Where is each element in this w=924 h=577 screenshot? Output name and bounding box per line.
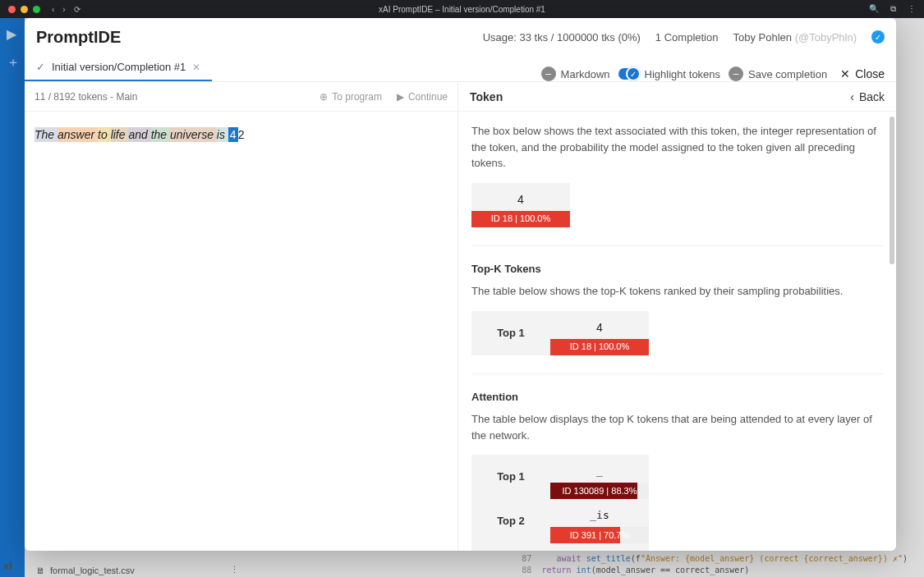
token-description: The box below shows the text associated …: [471, 123, 883, 172]
prompt-token[interactable]: is: [217, 127, 228, 142]
prompt-status-bar: 11 / 8192 tokens - Main ⊕ To program ▶ C…: [25, 82, 457, 112]
prompt-token[interactable]: the: [151, 127, 170, 142]
prompt-token[interactable]: and: [128, 127, 150, 142]
tab-close-icon[interactable]: ✕: [192, 62, 200, 73]
attention-title: Attention: [471, 389, 883, 405]
add-icon: ＋: [7, 54, 18, 66]
token-prob-bar: ID 18 | 100.0%: [550, 339, 649, 355]
token-count: 11 / 8192 tokens - Main: [34, 91, 137, 103]
plus-circle-icon: ⊕: [319, 91, 328, 103]
close-icon: ✕: [840, 67, 850, 80]
save-label: Save completion: [748, 68, 827, 80]
bg-open-file: 🗎 formal_logic_test.csv ⋮: [36, 565, 239, 575]
rank-label: Top 2: [471, 499, 550, 543]
token-prob-bar: ID 18 | 100.0%: [471, 211, 570, 227]
reload-icon[interactable]: ⟳: [74, 5, 80, 14]
window-body: 11 / 8192 tokens - Main ⊕ To program ▶ C…: [25, 82, 896, 551]
inspector-scroll[interactable]: The box below shows the text associated …: [458, 112, 896, 551]
markdown-toggle[interactable]: – Markdown: [541, 66, 610, 81]
prompt-text[interactable]: The answer to life and the universe is 4…: [25, 112, 457, 158]
chevron-left-icon: ‹: [850, 90, 854, 103]
browser-chrome: ‹ › ⟳ xAI PromptIDE – Initial version/Co…: [0, 0, 924, 18]
selected-token[interactable]: 4: [228, 127, 238, 142]
bg-file-name: formal_logic_test.csv: [50, 566, 135, 575]
prompt-pane: 11 / 8192 tokens - Main ⊕ To program ▶ C…: [25, 82, 458, 551]
to-program-button[interactable]: ⊕ To program: [319, 91, 382, 103]
prompt-token[interactable]: universe: [170, 127, 217, 142]
close-window-icon[interactable]: [8, 6, 16, 13]
switch-on-icon: [618, 68, 640, 80]
file-icon: 🗎: [36, 566, 45, 575]
token-block: _isID 391 | 70.7%: [550, 499, 649, 543]
back-icon[interactable]: ‹: [52, 5, 54, 14]
continue-button[interactable]: ▶ Continue: [397, 91, 448, 103]
topk-table: Top 14ID 18 | 100.0%: [471, 311, 883, 355]
token-block: _universe: [550, 543, 649, 551]
divider: [471, 245, 883, 246]
forward-icon[interactable]: ›: [62, 5, 65, 14]
kebab-menu-icon: ⋮: [230, 565, 239, 575]
divider: [471, 373, 883, 374]
completions-count[interactable]: 1 Completion: [655, 31, 719, 44]
user-name[interactable]: Toby Pohlen (@TobyPhln): [733, 31, 857, 44]
prompt-token[interactable]: to: [98, 127, 111, 142]
scrollbar[interactable]: [890, 117, 894, 264]
usage-text: Usage: 33 tks / 1000000 tks (0%): [483, 31, 641, 44]
token-prob-label: ID 18 | 100.0%: [491, 212, 551, 226]
kebab-menu-icon[interactable]: ⋮: [908, 4, 916, 14]
rank-label: Top 1: [471, 455, 550, 499]
tab-label: Initial version/Completion #1: [52, 61, 186, 73]
toolbar: – Markdown Highlight tokens – Save compl…: [541, 66, 885, 81]
inspector-pane: Token ‹ Back The box below shows the tex…: [458, 82, 896, 551]
tab-toolbar-row: ✓ Initial version/Completion #1 ✕ – Mark…: [25, 53, 896, 82]
window-header: PromptIDE Usage: 33 tks / 1000000 tks (0…: [25, 18, 896, 53]
prompt-token[interactable]: The: [34, 127, 57, 142]
save-completion-button[interactable]: – Save completion: [729, 66, 827, 81]
minus-circle-icon: –: [729, 66, 743, 81]
rank-label: Top 3: [471, 543, 550, 551]
token-prob-label: ID 130089 | 88.3%: [563, 484, 637, 498]
token-text: _is: [550, 499, 649, 527]
prompt-token[interactable]: answer: [57, 127, 98, 142]
topk-title: Top-K Tokens: [471, 261, 883, 277]
user-name-label: Toby Pohlen: [733, 31, 792, 44]
main-window: PromptIDE Usage: 33 tks / 1000000 tks (0…: [25, 18, 896, 551]
tab-initial-version[interactable]: ✓ Initial version/Completion #1 ✕: [25, 54, 212, 81]
attention-table: Top 1_ID 130089 | 88.3%Top 2_isID 391 | …: [471, 455, 883, 551]
continue-label: Continue: [408, 91, 448, 103]
token-text: _universe: [550, 543, 649, 551]
token-prob-bar: ID 130089 | 88.3%: [550, 483, 649, 499]
prompt-tail: 2: [238, 128, 245, 141]
bg-sidebar: ▶ ＋: [0, 18, 25, 577]
inspector-title: Token: [470, 90, 503, 103]
highlight-toggle[interactable]: Highlight tokens: [618, 68, 721, 80]
bg-code-snippet: 87 await set_title(f"Answer: {model_answ…: [522, 553, 908, 576]
markdown-label: Markdown: [561, 68, 610, 80]
verified-badge-icon: ✓: [871, 30, 885, 44]
token-prob-label: ID 391 | 70.7%: [570, 529, 630, 543]
highlight-label: Highlight tokens: [645, 68, 721, 80]
extensions-icon[interactable]: ⧉: [890, 4, 896, 14]
play-icon: ▶: [397, 91, 404, 103]
prompt-token[interactable]: life: [111, 127, 129, 142]
fullscreen-window-icon[interactable]: [33, 6, 40, 13]
topk-row: Top 14ID 18 | 100.0%: [471, 311, 883, 355]
back-label: Back: [859, 90, 885, 103]
search-icon[interactable]: 🔍: [869, 4, 879, 14]
app-title: PromptIDE: [36, 28, 121, 47]
to-program-label: To program: [332, 91, 382, 103]
token-prob-bar: ID 391 | 70.7%: [550, 527, 649, 543]
token-prob-label: ID 18 | 100.0%: [570, 340, 630, 354]
bg-logo: xI: [3, 560, 12, 572]
rank-label: Top 1: [471, 311, 550, 355]
topk-description: The table below shows the top-K tokens r…: [471, 283, 883, 300]
user-handle: (@TobyPhln): [795, 31, 857, 44]
browser-title: xAI PromptIDE – Initial version/Completi…: [0, 5, 924, 14]
token-text: 4: [550, 311, 649, 339]
minus-circle-icon: –: [541, 66, 556, 81]
close-button[interactable]: ✕ Close: [840, 67, 885, 80]
minimize-window-icon[interactable]: [21, 6, 28, 13]
back-button[interactable]: ‹ Back: [850, 90, 885, 103]
attention-description: The table below displays the top K token…: [471, 411, 883, 443]
window-controls[interactable]: [8, 6, 40, 13]
